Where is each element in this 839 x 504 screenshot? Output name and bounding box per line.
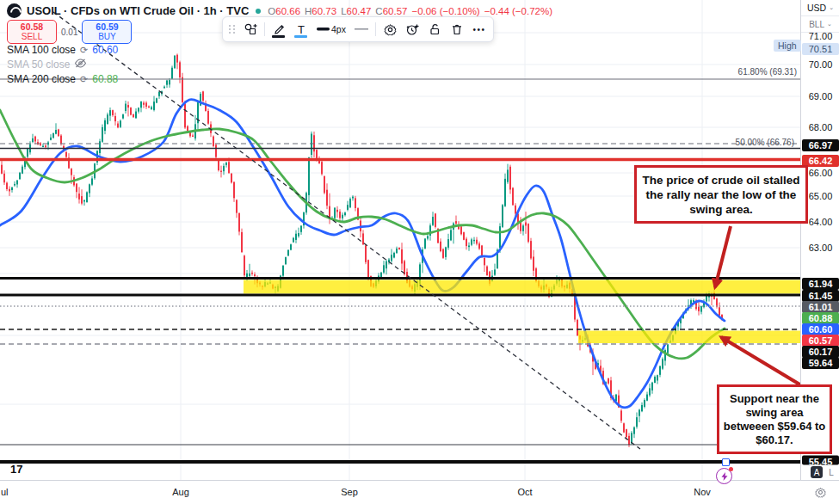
more-options-icon[interactable]: •••	[469, 20, 490, 39]
high-marker-tag: High	[774, 40, 801, 52]
toolbar-divider	[375, 22, 376, 36]
legend-row-sma100[interactable]: SMA 100 close ⟳ 60.60	[7, 43, 118, 57]
open-value: 60.66	[275, 6, 300, 16]
price-tick-label: 69.00	[801, 91, 839, 101]
lock-open-icon[interactable]	[424, 20, 445, 39]
fib-50-label: 50.00% (66.76)	[736, 138, 794, 147]
price-level-chip: 61.45	[802, 290, 839, 302]
time-tick-label: ul	[1, 487, 9, 497]
price-tick-label: 63.00	[801, 243, 839, 253]
market-status-icon	[256, 9, 261, 14]
price-level-chip: 60.88	[802, 312, 839, 324]
line-weight-icon[interactable]: 4px	[313, 20, 349, 39]
time-axis[interactable]: ulAugSepOctNov	[0, 480, 839, 504]
price-level-chip: 60.57	[802, 335, 839, 347]
spread-value: 0.01	[60, 28, 78, 37]
price-tick-label: 71.00	[801, 31, 839, 41]
price-level-chip: 59.64	[802, 357, 839, 369]
time-axis-gear-icon[interactable]	[814, 486, 827, 502]
chevron-down-icon: ⌄	[827, 21, 832, 28]
time-tick-label: Sep	[341, 487, 358, 497]
annotation-box-rally-stalled[interactable]: The price of crude oil stalled the rally…	[634, 165, 808, 224]
price-level-chip: 60.60	[802, 323, 839, 335]
scale-toggles: A L	[811, 466, 837, 478]
price-tick-label: 68.00	[801, 122, 839, 132]
high-value: 60.73	[312, 6, 336, 16]
trash-icon[interactable]	[447, 20, 467, 39]
time-tick-label: Oct	[517, 487, 532, 497]
price-level-chip: 60.17	[802, 346, 839, 358]
drawing-toolbar: T 4px	[222, 16, 494, 42]
sma200-value: 60.88	[92, 73, 118, 85]
price-level-chip: 61.01	[802, 301, 839, 313]
legend-row-sma200[interactable]: SMA 200 close ⟳ 60.88	[7, 72, 118, 86]
chevron-down-icon: ⌄	[829, 4, 834, 11]
sell-button[interactable]: 60.58 SELL	[7, 20, 57, 44]
price-level-chip: 70.51	[802, 43, 839, 55]
line-selection-handle[interactable]	[722, 458, 730, 466]
text-tool-icon[interactable]: T	[291, 20, 312, 39]
auto-scale-toggle[interactable]: A	[811, 466, 823, 478]
eye-hidden-icon[interactable]	[74, 58, 87, 71]
price-tick-label: 70.00	[801, 59, 839, 70]
toolbar-divider	[264, 22, 265, 36]
price-level-chip: 55.45	[802, 456, 839, 465]
corner-text: 17	[10, 463, 22, 476]
change-value-2: −0.44 (−0.72%)	[484, 6, 552, 16]
sync-refresh-icon[interactable]: ⟳	[80, 75, 88, 83]
settings-gear-icon[interactable]	[379, 20, 400, 39]
annotation-box-support[interactable]: Support near the swing area betweeen $59…	[717, 384, 832, 454]
price-level-chip: 61.94	[802, 278, 839, 290]
log-scale-toggle[interactable]: L	[825, 466, 837, 478]
ohlc-readout: O60.66 H60.73 L60.47 C60.57 −0.06 (−0.10…	[268, 6, 552, 16]
currency-dropdown[interactable]: USD⌄	[801, 0, 839, 16]
candlestick-chart-canvas[interactable]	[0, 0, 800, 480]
drag-handle-icon[interactable]	[226, 20, 238, 39]
buy-button[interactable]: 60.59 BUY	[82, 20, 132, 44]
trading-app-window: USOIL · CFDs on WTI Crude Oil · 1h · TVC…	[0, 0, 839, 504]
tradingview-logo-icon	[7, 3, 22, 18]
time-tick-label: Aug	[172, 487, 189, 497]
fib-618-label: 61.80% (69.31)	[738, 67, 797, 77]
close-value: 60.57	[383, 6, 408, 16]
low-value: 60.47	[347, 6, 372, 16]
symbol-title[interactable]: USOIL · CFDs on WTI Crude Oil · 1h · TVC	[27, 4, 249, 17]
order-panel: 60.58 SELL 0.01 60.59 BUY	[7, 20, 132, 44]
sync-refresh-icon[interactable]: ⟳	[80, 46, 88, 54]
pencil-icon[interactable]	[268, 20, 289, 39]
change-value: −0.06 (−0.10%)	[411, 6, 479, 16]
line-style-icon[interactable]	[351, 20, 372, 39]
line-weight-value: 4px	[331, 24, 346, 34]
legend-row-sma50[interactable]: SMA 50 close	[7, 58, 87, 71]
shapes-plus-icon[interactable]	[240, 20, 261, 39]
price-level-chip: 66.97	[802, 139, 839, 151]
time-tick-label: Nov	[694, 487, 711, 497]
sma100-value: 60.60	[92, 44, 118, 56]
alert-clock-plus-icon[interactable]	[402, 20, 423, 39]
flash-alert-icon[interactable]	[716, 468, 732, 484]
